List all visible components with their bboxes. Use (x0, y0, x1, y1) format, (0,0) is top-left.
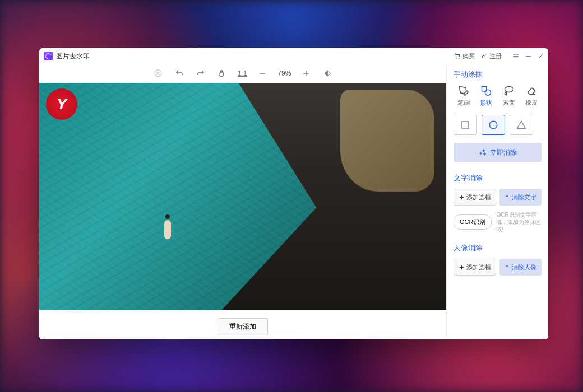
image-canvas[interactable]: Y (39, 83, 446, 310)
ratio-button[interactable]: 1:1 (238, 68, 247, 79)
pan-button[interactable] (216, 68, 228, 79)
lasso-icon (503, 85, 515, 96)
app-title: 图片去水印 (56, 52, 90, 61)
shape-circle[interactable] (482, 115, 505, 135)
undo-button[interactable] (174, 68, 185, 79)
svg-rect-20 (462, 122, 469, 128)
shape-triangle[interactable] (510, 115, 533, 135)
swimmer-object (158, 214, 178, 247)
add-selection-text-button[interactable]: 添加选框 (454, 189, 496, 206)
svg-point-21 (489, 121, 497, 129)
plus-icon (459, 264, 465, 270)
svg-point-16 (485, 90, 491, 95)
eraser-tool[interactable]: 橡皮 (521, 85, 542, 107)
close-button[interactable] (537, 53, 544, 59)
cart-icon (454, 53, 461, 59)
zoom-level: 79% (276, 69, 293, 77)
canvas-toolbar: 1:1 79% (39, 64, 446, 83)
erase-now-button[interactable]: 立即消除 (454, 143, 542, 162)
svg-point-17 (505, 87, 513, 92)
portrait-erase-title: 人像消除 (454, 243, 542, 253)
svg-point-0 (456, 58, 457, 59)
bottom-bar: 重新添加 (39, 314, 446, 339)
menu-button[interactable] (512, 53, 519, 59)
lasso-tool[interactable]: 索套 (499, 85, 519, 107)
ocr-button[interactable]: OCR识别 (454, 214, 492, 230)
re-add-button[interactable]: 重新添加 (218, 318, 268, 335)
flip-button[interactable] (322, 68, 333, 79)
app-icon (44, 52, 53, 60)
minimize-button[interactable] (525, 53, 531, 59)
plus-icon (459, 194, 465, 200)
tarp-object (340, 90, 434, 192)
shape-square[interactable] (454, 115, 477, 135)
erase-text-button[interactable]: 消除文字 (499, 189, 542, 206)
ocr-description: OCR识别文字区域，添加为涂抹区域! (496, 211, 542, 233)
sidebar: 手动涂抹 笔刷 形状 索套 橡皮 (446, 64, 548, 339)
key-icon (481, 53, 488, 59)
magic-icon (479, 148, 487, 156)
sparkle-icon (504, 194, 510, 200)
svg-point-1 (459, 58, 460, 59)
zoom-out-button[interactable] (257, 68, 268, 79)
watermark-logo: Y (46, 88, 77, 120)
delete-button[interactable] (152, 68, 164, 79)
brush-icon (458, 85, 469, 96)
text-erase-title: 文字消除 (454, 173, 542, 183)
titlebar: 图片去水印 购买 注册 (39, 48, 548, 64)
brush-tool[interactable]: 笔刷 (454, 85, 474, 107)
add-selection-portrait-button[interactable]: 添加选框 (454, 259, 496, 276)
app-window: 图片去水印 购买 注册 1:1 (39, 48, 548, 339)
zoom-in-button[interactable] (300, 68, 312, 79)
redo-button[interactable] (195, 68, 206, 79)
register-button[interactable]: 注册 (481, 52, 502, 60)
shape-icon (480, 85, 492, 96)
shape-tool[interactable]: 形状 (476, 85, 496, 107)
canvas-viewport[interactable]: Y (39, 83, 446, 314)
erase-portrait-button[interactable]: 消除人像 (499, 259, 542, 276)
eraser-icon (526, 85, 537, 96)
sparkle-icon (504, 264, 510, 270)
manual-smear-title: 手动涂抹 (454, 69, 542, 80)
svg-point-2 (482, 56, 484, 58)
buy-button[interactable]: 购买 (454, 52, 475, 60)
